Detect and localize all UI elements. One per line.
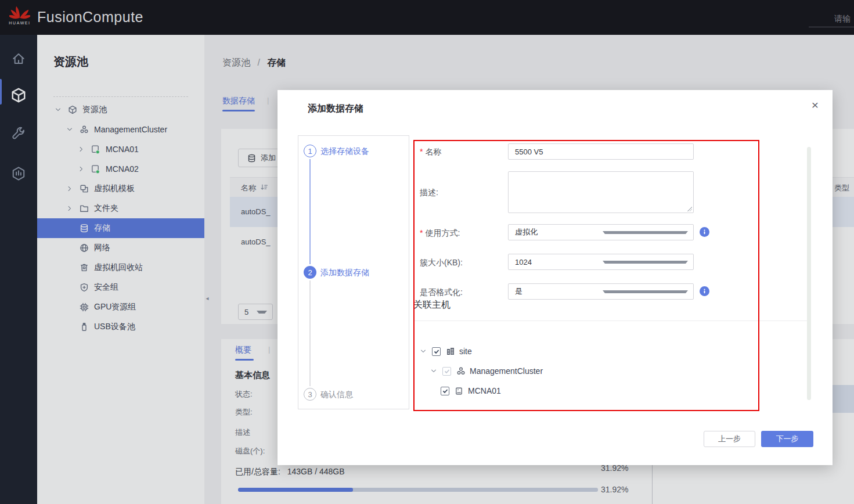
checkbox-checked-disabled[interactable] (442, 367, 451, 376)
site-building-icon (445, 347, 455, 357)
associated-hosts-title: 关联主机 (413, 299, 451, 311)
host-tree-item-site[interactable]: site (419, 344, 472, 358)
host-tree-item-cluster[interactable]: ManagementCluster (429, 364, 543, 378)
previous-step-button[interactable]: 上一步 (704, 431, 755, 447)
dialog-scrollbar-thumb[interactable] (807, 147, 811, 400)
step-3-label[interactable]: 确认信息 (320, 390, 353, 400)
required-marker: * (420, 147, 423, 156)
step-1-label[interactable]: 选择存储设备 (320, 146, 369, 157)
name-field-label: *名称 (420, 147, 441, 157)
step-connector (309, 159, 311, 264)
wizard-steps: 1 选择存储设备 2 添加数据存储 3 确认信息 (298, 135, 409, 409)
usage-select[interactable]: 虚拟化 (508, 224, 694, 240)
step-3-circle[interactable]: 3 (304, 388, 316, 401)
host-tree-label: site (459, 347, 472, 356)
next-step-button[interactable]: 下一步 (761, 431, 813, 447)
info-icon[interactable] (700, 227, 709, 237)
step-1-circle[interactable]: 1 (304, 145, 316, 157)
usage-field-label: *使用方式: (420, 228, 460, 239)
chevron-down-icon[interactable] (419, 347, 428, 356)
step-connector (309, 280, 311, 386)
host-tree-label: MCNA01 (468, 386, 501, 395)
cluster-icon (456, 366, 466, 376)
checkbox-checked[interactable] (441, 387, 449, 395)
dialog-title: 添加数据存储 (308, 103, 363, 115)
close-icon[interactable]: × (807, 97, 823, 113)
step-2-circle[interactable]: 2 (304, 266, 316, 279)
required-marker: * (420, 228, 423, 237)
description-textarea[interactable] (508, 171, 694, 213)
host-tree-label: ManagementCluster (470, 366, 543, 376)
fusioncompute-app: HUAWEI FusionCompute 请输 (0, 0, 854, 504)
host-icon (454, 386, 464, 396)
name-input[interactable] (508, 143, 694, 160)
description-field-label: 描述: (420, 188, 438, 198)
host-tree-item-mcna01[interactable]: MCNA01 (441, 384, 501, 398)
step-2-label[interactable]: 添加数据存储 (320, 268, 369, 278)
cluster-size-field-label: 簇大小(KB): (420, 258, 463, 268)
add-datastore-dialog: 添加数据存储 × 1 选择存储设备 2 添加数据存储 3 确认信息 *名称 描述… (278, 90, 833, 465)
checkbox-checked[interactable] (432, 347, 441, 356)
caret-down-icon (603, 261, 689, 264)
cluster-size-select[interactable]: 1024 (508, 254, 694, 270)
chevron-down-icon[interactable] (429, 366, 438, 376)
caret-down-icon (603, 290, 689, 293)
hosts-section-divider (413, 321, 807, 321)
info-icon[interactable] (700, 286, 709, 296)
format-select[interactable]: 是 (508, 283, 694, 300)
format-field-label: 是否格式化: (420, 287, 463, 298)
caret-down-icon (603, 231, 689, 234)
